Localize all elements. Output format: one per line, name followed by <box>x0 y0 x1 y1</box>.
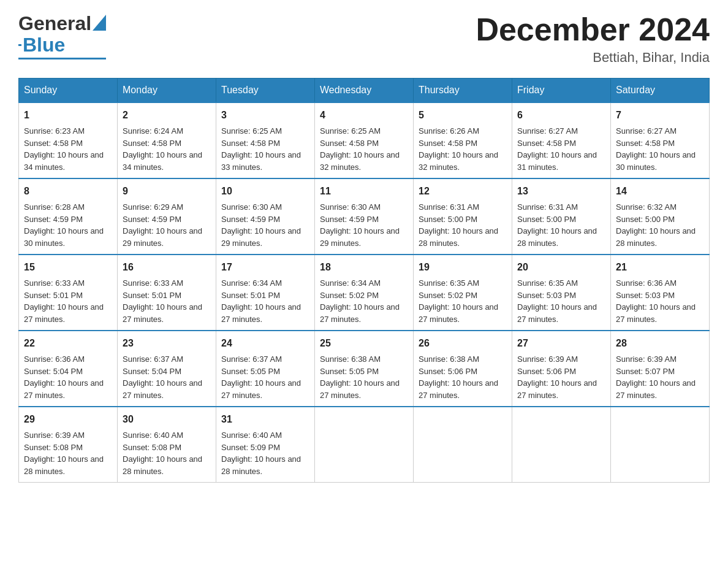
day-number: 20 <box>517 260 605 275</box>
sunset-label: Sunset: 5:05 PM <box>221 367 280 376</box>
table-row: 18 Sunrise: 6:34 AM Sunset: 5:02 PM Dayl… <box>315 255 414 331</box>
daylight-label: Daylight: 10 hours and 27 minutes. <box>616 378 696 400</box>
calendar-week-row: 15 Sunrise: 6:33 AM Sunset: 5:01 PM Dayl… <box>19 255 710 331</box>
day-number: 7 <box>616 108 704 123</box>
daylight-label: Daylight: 10 hours and 27 minutes. <box>24 302 104 324</box>
month-title: December 2024 <box>476 12 710 47</box>
col-saturday: Saturday <box>611 79 710 103</box>
sunset-label: Sunset: 4:58 PM <box>419 139 477 148</box>
daylight-label: Daylight: 10 hours and 28 minutes. <box>123 454 202 476</box>
calendar-table: Sunday Monday Tuesday Wednesday Thursday… <box>18 78 710 483</box>
logo: General Blue <box>18 12 106 59</box>
day-number: 4 <box>320 108 408 123</box>
table-row: 15 Sunrise: 6:33 AM Sunset: 5:01 PM Dayl… <box>19 255 118 331</box>
sunset-label: Sunset: 4:59 PM <box>123 215 181 224</box>
table-row: 19 Sunrise: 6:35 AM Sunset: 5:02 PM Dayl… <box>414 255 512 331</box>
day-number: 8 <box>24 184 112 199</box>
daylight-label: Daylight: 10 hours and 27 minutes. <box>221 378 301 400</box>
col-wednesday: Wednesday <box>315 79 414 103</box>
logo-blue-text: Blue <box>23 34 65 56</box>
sunrise-label: Sunrise: 6:34 AM <box>320 278 381 288</box>
day-number: 31 <box>221 412 309 427</box>
sunset-label: Sunset: 5:06 PM <box>517 367 576 376</box>
sunrise-label: Sunrise: 6:30 AM <box>221 202 282 212</box>
sunrise-label: Sunrise: 6:30 AM <box>320 202 381 212</box>
daylight-label: Daylight: 10 hours and 27 minutes. <box>616 302 696 324</box>
daylight-label: Daylight: 10 hours and 27 minutes. <box>419 378 498 400</box>
table-row <box>512 407 611 483</box>
calendar-week-row: 8 Sunrise: 6:28 AM Sunset: 4:59 PM Dayli… <box>19 178 710 255</box>
table-row: 21 Sunrise: 6:36 AM Sunset: 5:03 PM Dayl… <box>611 255 710 331</box>
sunrise-label: Sunrise: 6:39 AM <box>517 354 578 364</box>
daylight-label: Daylight: 10 hours and 34 minutes. <box>24 150 104 172</box>
calendar-week-row: 22 Sunrise: 6:36 AM Sunset: 5:04 PM Dayl… <box>19 331 710 407</box>
sunset-label: Sunset: 4:58 PM <box>221 139 280 148</box>
sunrise-label: Sunrise: 6:31 AM <box>419 202 479 212</box>
sunrise-label: Sunrise: 6:38 AM <box>419 354 479 364</box>
day-number: 19 <box>419 260 507 275</box>
daylight-label: Daylight: 10 hours and 27 minutes. <box>517 378 597 400</box>
sunset-label: Sunset: 4:58 PM <box>616 139 675 148</box>
daylight-label: Daylight: 10 hours and 27 minutes. <box>517 302 597 324</box>
sunrise-label: Sunrise: 6:34 AM <box>221 278 282 288</box>
sunrise-label: Sunrise: 6:39 AM <box>24 431 85 440</box>
sunrise-label: Sunrise: 6:33 AM <box>123 278 183 288</box>
calendar-week-row: 1 Sunrise: 6:23 AM Sunset: 4:58 PM Dayli… <box>19 102 710 178</box>
daylight-label: Daylight: 10 hours and 29 minutes. <box>123 226 202 248</box>
day-number: 26 <box>419 336 507 351</box>
sunset-label: Sunset: 5:01 PM <box>123 291 181 300</box>
sunrise-label: Sunrise: 6:37 AM <box>221 354 282 364</box>
sunset-label: Sunset: 5:02 PM <box>419 291 477 300</box>
daylight-label: Daylight: 10 hours and 31 minutes. <box>517 150 597 172</box>
day-number: 17 <box>221 260 309 275</box>
table-row: 14 Sunrise: 6:32 AM Sunset: 5:00 PM Dayl… <box>611 178 710 255</box>
daylight-label: Daylight: 10 hours and 32 minutes. <box>419 150 498 172</box>
day-number: 23 <box>123 336 211 351</box>
table-row: 28 Sunrise: 6:39 AM Sunset: 5:07 PM Dayl… <box>611 331 710 407</box>
day-number: 3 <box>221 108 309 123</box>
table-row: 26 Sunrise: 6:38 AM Sunset: 5:06 PM Dayl… <box>414 331 512 407</box>
table-row: 7 Sunrise: 6:27 AM Sunset: 4:58 PM Dayli… <box>611 102 710 178</box>
day-number: 21 <box>616 260 704 275</box>
sunset-label: Sunset: 5:02 PM <box>320 291 379 300</box>
sunset-label: Sunset: 4:58 PM <box>320 139 379 148</box>
sunrise-label: Sunrise: 6:33 AM <box>24 278 85 288</box>
table-row <box>414 407 512 483</box>
sunrise-label: Sunrise: 6:31 AM <box>517 202 578 212</box>
sunset-label: Sunset: 5:08 PM <box>24 443 83 452</box>
table-row: 10 Sunrise: 6:30 AM Sunset: 4:59 PM Dayl… <box>216 178 315 255</box>
table-row: 24 Sunrise: 6:37 AM Sunset: 5:05 PM Dayl… <box>216 331 315 407</box>
sunrise-label: Sunrise: 6:40 AM <box>221 431 282 440</box>
sunrise-label: Sunrise: 6:25 AM <box>320 126 381 136</box>
sunset-label: Sunset: 5:03 PM <box>517 291 576 300</box>
sunrise-label: Sunrise: 6:35 AM <box>419 278 479 288</box>
sunrise-label: Sunrise: 6:32 AM <box>616 202 677 212</box>
day-number: 2 <box>123 108 211 123</box>
day-number: 12 <box>419 184 507 199</box>
table-row: 1 Sunrise: 6:23 AM Sunset: 4:58 PM Dayli… <box>19 102 118 178</box>
page-header: General Blue December 2024 Bettiah, Biha… <box>18 12 710 66</box>
sunset-label: Sunset: 5:00 PM <box>419 215 477 224</box>
sunrise-label: Sunrise: 6:36 AM <box>24 354 85 364</box>
daylight-label: Daylight: 10 hours and 33 minutes. <box>221 150 301 172</box>
sunset-label: Sunset: 4:58 PM <box>123 139 181 148</box>
day-number: 28 <box>616 336 704 351</box>
table-row: 25 Sunrise: 6:38 AM Sunset: 5:05 PM Dayl… <box>315 331 414 407</box>
table-row: 11 Sunrise: 6:30 AM Sunset: 4:59 PM Dayl… <box>315 178 414 255</box>
sunset-label: Sunset: 5:07 PM <box>616 367 675 376</box>
day-number: 27 <box>517 336 605 351</box>
day-number: 18 <box>320 260 408 275</box>
sunrise-label: Sunrise: 6:36 AM <box>616 278 677 288</box>
daylight-label: Daylight: 10 hours and 28 minutes. <box>616 226 696 248</box>
sunset-label: Sunset: 5:06 PM <box>419 367 477 376</box>
sunset-label: Sunset: 5:00 PM <box>517 215 576 224</box>
day-number: 13 <box>517 184 605 199</box>
table-row: 6 Sunrise: 6:27 AM Sunset: 4:58 PM Dayli… <box>512 102 611 178</box>
daylight-label: Daylight: 10 hours and 29 minutes. <box>320 226 400 248</box>
table-row: 9 Sunrise: 6:29 AM Sunset: 4:59 PM Dayli… <box>118 178 216 255</box>
table-row: 3 Sunrise: 6:25 AM Sunset: 4:58 PM Dayli… <box>216 102 315 178</box>
daylight-label: Daylight: 10 hours and 27 minutes. <box>419 302 498 324</box>
table-row: 17 Sunrise: 6:34 AM Sunset: 5:01 PM Dayl… <box>216 255 315 331</box>
sunrise-label: Sunrise: 6:23 AM <box>24 126 85 136</box>
day-number: 10 <box>221 184 309 199</box>
